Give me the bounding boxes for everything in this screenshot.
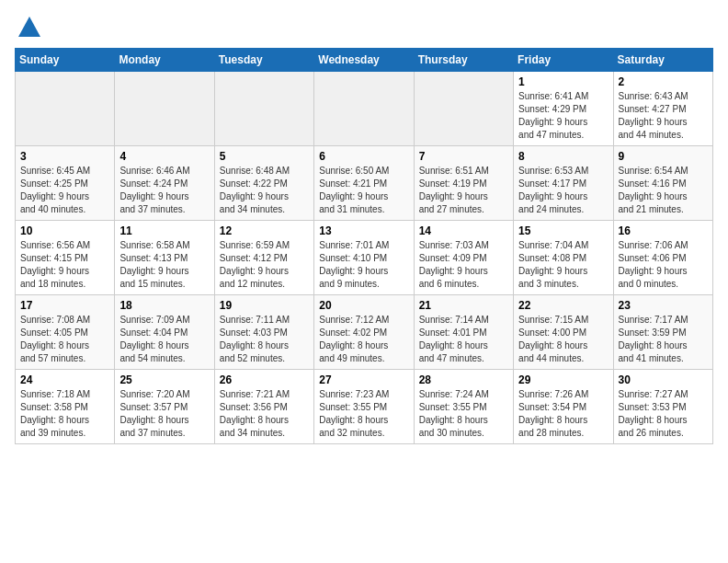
calendar-day-cell: 4Sunrise: 6:46 AMSunset: 4:24 PMDaylight… xyxy=(115,146,214,221)
calendar-day-cell: 27Sunrise: 7:23 AMSunset: 3:55 PMDayligh… xyxy=(314,370,414,444)
day-number: 20 xyxy=(319,299,408,312)
day-number: 25 xyxy=(119,373,209,386)
day-number: 1 xyxy=(518,75,608,88)
day-info: Sunrise: 7:04 AMSunset: 4:08 PMDaylight:… xyxy=(518,239,608,291)
day-info: Sunrise: 6:56 AMSunset: 4:15 PMDaylight:… xyxy=(20,239,109,291)
day-number: 8 xyxy=(518,150,608,163)
calendar-day-cell: 7Sunrise: 6:51 AMSunset: 4:19 PMDaylight… xyxy=(414,146,513,221)
day-number: 21 xyxy=(419,299,508,312)
calendar-day-cell: 12Sunrise: 6:59 AMSunset: 4:12 PMDayligh… xyxy=(214,221,313,295)
day-info: Sunrise: 6:59 AMSunset: 4:12 PMDaylight:… xyxy=(220,239,309,291)
day-info: Sunrise: 6:48 AMSunset: 4:22 PMDaylight:… xyxy=(220,165,309,216)
calendar-day-cell xyxy=(414,72,513,146)
day-number: 30 xyxy=(619,373,708,386)
day-info: Sunrise: 6:50 AMSunset: 4:21 PMDaylight:… xyxy=(319,165,408,216)
day-number: 11 xyxy=(119,224,209,237)
day-number: 9 xyxy=(619,150,708,163)
day-number: 13 xyxy=(319,224,408,237)
day-info: Sunrise: 7:06 AMSunset: 4:06 PMDaylight:… xyxy=(619,239,708,291)
day-number: 24 xyxy=(20,373,109,386)
calendar-day-cell: 1Sunrise: 6:41 AMSunset: 4:29 PMDaylight… xyxy=(514,72,613,146)
day-info: Sunrise: 7:18 AMSunset: 3:58 PMDaylight:… xyxy=(20,388,109,440)
day-info: Sunrise: 6:43 AMSunset: 4:27 PMDaylight:… xyxy=(619,90,708,142)
calendar-day-cell: 28Sunrise: 7:24 AMSunset: 3:55 PMDayligh… xyxy=(414,370,513,444)
day-info: Sunrise: 7:14 AMSunset: 4:01 PMDaylight:… xyxy=(419,314,508,365)
calendar-day-cell xyxy=(16,72,115,146)
weekday-header-wednesday: Wednesday xyxy=(314,49,414,72)
day-number: 5 xyxy=(220,150,309,163)
day-number: 26 xyxy=(220,373,309,386)
weekday-header-saturday: Saturday xyxy=(613,49,712,72)
header xyxy=(15,15,713,40)
calendar-day-cell: 22Sunrise: 7:15 AMSunset: 4:00 PMDayligh… xyxy=(514,295,613,370)
day-number: 22 xyxy=(518,299,608,312)
day-info: Sunrise: 6:45 AMSunset: 4:25 PMDaylight:… xyxy=(20,165,109,216)
day-number: 18 xyxy=(119,299,209,312)
logo-icon xyxy=(17,15,42,40)
calendar-day-cell: 26Sunrise: 7:21 AMSunset: 3:56 PMDayligh… xyxy=(214,370,313,444)
day-info: Sunrise: 7:03 AMSunset: 4:09 PMDaylight:… xyxy=(419,239,508,291)
calendar-day-cell: 9Sunrise: 6:54 AMSunset: 4:16 PMDaylight… xyxy=(613,146,712,221)
weekday-header-sunday: Sunday xyxy=(16,49,115,72)
day-info: Sunrise: 7:01 AMSunset: 4:10 PMDaylight:… xyxy=(319,239,408,291)
calendar-day-cell: 14Sunrise: 7:03 AMSunset: 4:09 PMDayligh… xyxy=(414,221,513,295)
day-number: 12 xyxy=(220,224,309,237)
day-info: Sunrise: 6:51 AMSunset: 4:19 PMDaylight:… xyxy=(419,165,508,216)
calendar-day-cell xyxy=(314,72,414,146)
day-info: Sunrise: 6:58 AMSunset: 4:13 PMDaylight:… xyxy=(119,239,209,291)
day-number: 10 xyxy=(20,224,109,237)
day-info: Sunrise: 7:12 AMSunset: 4:02 PMDaylight:… xyxy=(319,314,408,365)
calendar-day-cell xyxy=(214,72,313,146)
day-number: 17 xyxy=(20,299,109,312)
calendar-day-cell: 24Sunrise: 7:18 AMSunset: 3:58 PMDayligh… xyxy=(16,370,115,444)
calendar-week-row: 10Sunrise: 6:56 AMSunset: 4:15 PMDayligh… xyxy=(16,221,713,295)
weekday-header-tuesday: Tuesday xyxy=(214,49,313,72)
calendar-day-cell: 5Sunrise: 6:48 AMSunset: 4:22 PMDaylight… xyxy=(214,146,313,221)
calendar-day-cell: 11Sunrise: 6:58 AMSunset: 4:13 PMDayligh… xyxy=(115,221,214,295)
calendar-day-cell: 30Sunrise: 7:27 AMSunset: 3:53 PMDayligh… xyxy=(613,370,712,444)
calendar-day-cell: 19Sunrise: 7:11 AMSunset: 4:03 PMDayligh… xyxy=(214,295,313,370)
day-info: Sunrise: 7:21 AMSunset: 3:56 PMDaylight:… xyxy=(220,388,309,440)
calendar-week-row: 17Sunrise: 7:08 AMSunset: 4:05 PMDayligh… xyxy=(16,295,713,370)
weekday-header-thursday: Thursday xyxy=(414,49,513,72)
calendar-week-row: 3Sunrise: 6:45 AMSunset: 4:25 PMDaylight… xyxy=(16,146,713,221)
day-number: 27 xyxy=(319,373,408,386)
day-number: 3 xyxy=(20,150,109,163)
day-number: 2 xyxy=(619,75,708,88)
day-info: Sunrise: 6:53 AMSunset: 4:17 PMDaylight:… xyxy=(518,165,608,216)
svg-marker-0 xyxy=(18,17,40,37)
calendar-day-cell xyxy=(115,72,214,146)
day-info: Sunrise: 7:23 AMSunset: 3:55 PMDaylight:… xyxy=(319,388,408,440)
day-info: Sunrise: 7:09 AMSunset: 4:04 PMDaylight:… xyxy=(119,314,209,365)
day-info: Sunrise: 6:54 AMSunset: 4:16 PMDaylight:… xyxy=(619,165,708,216)
day-info: Sunrise: 6:46 AMSunset: 4:24 PMDaylight:… xyxy=(119,165,209,216)
logo xyxy=(15,15,42,40)
day-number: 16 xyxy=(619,224,708,237)
weekday-header-friday: Friday xyxy=(514,49,613,72)
calendar-day-cell: 18Sunrise: 7:09 AMSunset: 4:04 PMDayligh… xyxy=(115,295,214,370)
calendar-day-cell: 10Sunrise: 6:56 AMSunset: 4:15 PMDayligh… xyxy=(16,221,115,295)
calendar-week-row: 1Sunrise: 6:41 AMSunset: 4:29 PMDaylight… xyxy=(16,72,713,146)
day-number: 14 xyxy=(419,224,508,237)
calendar-day-cell: 17Sunrise: 7:08 AMSunset: 4:05 PMDayligh… xyxy=(16,295,115,370)
calendar-day-cell: 15Sunrise: 7:04 AMSunset: 4:08 PMDayligh… xyxy=(514,221,613,295)
day-info: Sunrise: 7:08 AMSunset: 4:05 PMDaylight:… xyxy=(20,314,109,365)
calendar-day-cell: 8Sunrise: 6:53 AMSunset: 4:17 PMDaylight… xyxy=(514,146,613,221)
calendar-week-row: 24Sunrise: 7:18 AMSunset: 3:58 PMDayligh… xyxy=(16,370,713,444)
day-info: Sunrise: 7:24 AMSunset: 3:55 PMDaylight:… xyxy=(419,388,508,440)
day-number: 23 xyxy=(619,299,708,312)
day-info: Sunrise: 7:27 AMSunset: 3:53 PMDaylight:… xyxy=(619,388,708,440)
day-number: 19 xyxy=(220,299,309,312)
calendar-day-cell: 13Sunrise: 7:01 AMSunset: 4:10 PMDayligh… xyxy=(314,221,414,295)
calendar-day-cell: 29Sunrise: 7:26 AMSunset: 3:54 PMDayligh… xyxy=(514,370,613,444)
calendar-day-cell: 23Sunrise: 7:17 AMSunset: 3:59 PMDayligh… xyxy=(613,295,712,370)
calendar-day-cell: 6Sunrise: 6:50 AMSunset: 4:21 PMDaylight… xyxy=(314,146,414,221)
weekday-header-row: SundayMondayTuesdayWednesdayThursdayFrid… xyxy=(16,49,713,72)
day-info: Sunrise: 7:17 AMSunset: 3:59 PMDaylight:… xyxy=(619,314,708,365)
calendar-day-cell: 3Sunrise: 6:45 AMSunset: 4:25 PMDaylight… xyxy=(16,146,115,221)
day-number: 6 xyxy=(319,150,408,163)
calendar-day-cell: 25Sunrise: 7:20 AMSunset: 3:57 PMDayligh… xyxy=(115,370,214,444)
page-container: SundayMondayTuesdayWednesdayThursdayFrid… xyxy=(15,15,713,444)
day-number: 7 xyxy=(419,150,508,163)
day-info: Sunrise: 7:26 AMSunset: 3:54 PMDaylight:… xyxy=(518,388,608,440)
